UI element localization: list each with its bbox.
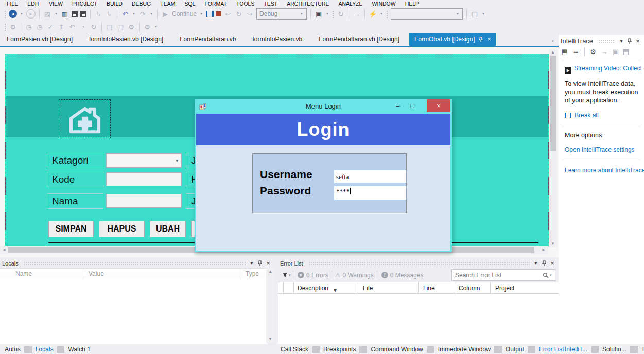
show-in-window-icon[interactable]: ▣ [612, 48, 620, 56]
toolbar-grip[interactable] [4, 10, 6, 18]
menu-build[interactable]: BUILD [102, 1, 127, 7]
empty-combo[interactable]: ▾ [391, 8, 463, 20]
learn-more-link[interactable]: Learn more about IntelliTrace [565, 167, 644, 174]
warnings-count[interactable]: 0 Warnings [342, 272, 373, 279]
menu-debug[interactable]: DEBUG [127, 1, 155, 7]
menu-edit[interactable]: EDIT [23, 1, 44, 7]
undo-dropdown-icon[interactable]: ▾ [132, 12, 136, 16]
save-icon[interactable] [72, 11, 78, 17]
data-compare-icon[interactable]: ▤ [116, 23, 125, 31]
pin-icon[interactable] [625, 38, 634, 44]
column-file[interactable]: File [363, 285, 373, 292]
error-search-box[interactable]: ▾ [451, 269, 555, 281]
column-line[interactable]: Line [423, 285, 435, 292]
history-icon[interactable]: ◔ [79, 23, 87, 31]
goto-event-icon[interactable]: → [600, 48, 608, 56]
minimize-icon[interactable]: – [393, 102, 403, 110]
checkout-icon[interactable]: ↥ [57, 23, 65, 31]
error-list-title-bar[interactable]: Error List ▾ × [278, 258, 559, 268]
workspace-settings-icon[interactable]: ⚙ [9, 23, 17, 31]
window-menu-icon[interactable]: ▾ [617, 38, 625, 44]
error-search-input[interactable] [454, 271, 543, 279]
unshelve-icon[interactable]: ↳ [105, 10, 113, 18]
tab-intellitrace[interactable]: IntelliT... [561, 346, 591, 353]
save-all-icon[interactable] [80, 11, 86, 17]
break-all-link[interactable]: Break all [565, 112, 599, 119]
paste-icon[interactable]: ▨ [43, 10, 51, 18]
column-name[interactable]: Name [15, 270, 32, 277]
toolbar-grip[interactable] [332, 10, 334, 18]
redo-dropdown-icon[interactable]: ▾ [149, 12, 153, 16]
wrench-icon[interactable]: ⚙ [127, 23, 135, 31]
step-out-icon[interactable]: ↪ [246, 10, 254, 18]
close-tab-icon[interactable]: × [487, 36, 491, 43]
continue-play-icon[interactable]: ▶ [161, 10, 169, 18]
ubah-button[interactable]: UBAH [150, 221, 186, 237]
pin-icon[interactable] [540, 260, 548, 267]
tab-team-explorer[interactable]: Team E... [638, 346, 644, 353]
intellitrace-title-bar[interactable]: IntelliTrace ▾ × [559, 36, 644, 46]
column-description[interactable]: Description [298, 285, 328, 292]
tab-output[interactable]: Output [502, 346, 528, 353]
locals-scrollbar[interactable]: ▲ ▼ [266, 268, 274, 344]
tab-solution-explorer[interactable]: Solutio... [599, 346, 630, 353]
paste-dropdown-icon[interactable]: ▾ [54, 12, 58, 16]
checkin-icon[interactable]: ✓ [46, 23, 55, 31]
search-dropdown-icon[interactable]: ▾ [549, 273, 553, 277]
scroll-up-icon[interactable]: ▲ [266, 268, 274, 275]
toolbar-overflow-icon[interactable]: ▾ [481, 12, 485, 16]
vscroll-thumb[interactable] [550, 56, 556, 151]
tab-formpendaftaran[interactable]: FormPendaftaran.vb [173, 33, 242, 46]
tab-autos[interactable]: Autos [1, 346, 24, 353]
stop-debugging-icon[interactable] [216, 11, 221, 16]
toolbar-overflow-icon[interactable]: ▾ [325, 12, 329, 16]
hapus-button[interactable]: HAPUS [99, 221, 145, 237]
column-divider[interactable] [242, 269, 242, 279]
menu-sql[interactable]: SQL [180, 1, 200, 7]
tab-immediate-window[interactable]: Immediate Window [434, 346, 494, 353]
shelve-pending-icon[interactable]: ◷ [25, 23, 33, 31]
menu-window[interactable]: WINDOW [368, 1, 401, 7]
navigate-back-icon[interactable]: ◄ [9, 10, 17, 18]
kode-textbox[interactable] [106, 172, 182, 186]
shelve-icon[interactable]: ↳ [94, 10, 102, 18]
scroll-down-icon[interactable]: ▼ [549, 240, 557, 247]
simpan-button[interactable]: SIMPAN [48, 221, 94, 237]
redo-icon[interactable]: ↷ [138, 10, 147, 18]
back-dropdown-icon[interactable]: ▾ [20, 12, 24, 16]
scroll-left-icon[interactable]: ◄ [0, 246, 8, 254]
column-type[interactable]: Type [246, 270, 259, 277]
tab-breakpoints[interactable]: Breakpoints [320, 346, 359, 353]
unshelve-pending-icon[interactable]: ◷ [36, 23, 44, 31]
close-panel-icon[interactable]: × [548, 259, 556, 267]
properties-window-icon[interactable]: ▤ [471, 10, 479, 18]
locals-title-bar[interactable]: Locals ▾ × [0, 258, 274, 268]
search-icon[interactable] [543, 272, 549, 278]
panel-splitter[interactable] [274, 258, 278, 344]
tab-watch1[interactable]: Watch 1 [64, 346, 94, 353]
open-settings-link[interactable]: Open IntelliTrace settings [565, 146, 635, 153]
hospital-logo-picturebox[interactable] [59, 99, 111, 138]
toolbar-grip[interactable] [4, 23, 6, 31]
filter-icon[interactable] [282, 272, 288, 278]
toolbar-grip[interactable] [386, 10, 388, 18]
menu-test[interactable]: TEST [259, 1, 282, 7]
messages-count[interactable]: 0 Messages [390, 272, 424, 279]
errors-count[interactable]: 0 Errors [306, 272, 328, 279]
events-view-icon[interactable]: ▤ [561, 48, 569, 56]
tab-overflow-icon[interactable]: ▾ [551, 39, 555, 43]
katagori-combobox[interactable]: ▾ [106, 153, 182, 168]
column-column[interactable]: Column [459, 285, 480, 292]
find-in-files-icon[interactable]: ▣ [315, 10, 323, 18]
tab-formobat-design[interactable]: FormObat.vb [Design] × [409, 33, 496, 46]
menu-view[interactable]: VIEW [44, 1, 67, 7]
calls-view-icon[interactable]: ≣ [572, 48, 580, 56]
tools-wrench-icon[interactable]: ⚙ [143, 23, 151, 31]
close-panel-icon[interactable]: × [634, 37, 642, 45]
close-dialog-button[interactable]: × [427, 99, 450, 112]
tab-formpasien-design[interactable]: FormPasien.vb [Design] [0, 33, 79, 46]
step-into-icon[interactable]: ↩ [224, 10, 232, 18]
close-panel-icon[interactable]: × [264, 259, 272, 267]
filter-dropdown-icon[interactable]: ▾ [288, 273, 292, 277]
settings-gear-icon[interactable]: ⚙ [589, 48, 597, 56]
